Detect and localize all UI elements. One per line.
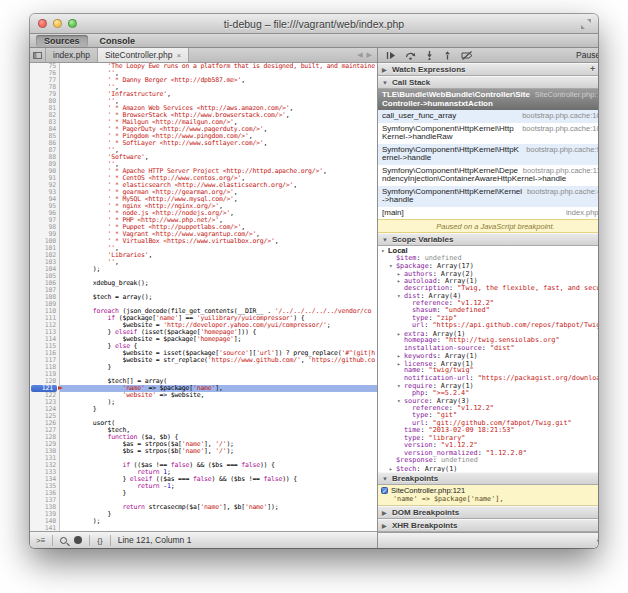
code-text[interactable]: $website = isset($package['source']['url… [60, 350, 377, 357]
code-text[interactable]: '', [60, 161, 377, 168]
code-text[interactable]: '', [60, 98, 377, 105]
code-text[interactable]: ' * Amazon Web Services <http://aws.amaz… [60, 105, 377, 112]
call-stack-frame[interactable]: bootstrap.php.cache:1101Symfony\Componen… [378, 165, 598, 186]
disable-breakpoints-icon[interactable] [461, 51, 473, 60]
scope-variables-header[interactable]: ▼ Scope Variables [378, 233, 598, 246]
code-text[interactable]: ); [60, 266, 377, 273]
dom-breakpoints-header[interactable]: ▶ DOM Breakpoints [378, 506, 598, 519]
code-text[interactable]: '', [60, 70, 377, 77]
chevron-down-icon[interactable]: ▾ [389, 262, 396, 270]
chevron-right-icon[interactable]: ▸ [397, 352, 404, 360]
scope-variable-row[interactable]: ▾Local [378, 247, 598, 255]
code-text[interactable] [60, 301, 377, 308]
scope-variable-row[interactable]: url: "https://api.github.com/repos/fabpo… [378, 322, 598, 330]
code-text[interactable]: ); [60, 518, 377, 525]
code-text[interactable]: ' * nginx <http://nginx.org/>', [60, 203, 377, 210]
code-text[interactable]: 'Infrastructure', [60, 91, 377, 98]
title-bar[interactable]: ti-debug – file:///vagrant/web/index.php [30, 14, 598, 34]
chevron-down-icon[interactable]: ▾ [397, 292, 404, 300]
scope-variable-row[interactable]: url: "git://github.com/fabpot/Twig.git" [378, 420, 598, 428]
code-text[interactable]: ' * MySQL <http://www.mysql.com/>', [60, 196, 377, 203]
code-text[interactable] [60, 287, 377, 294]
navigator-toggle-button[interactable] [30, 48, 46, 62]
code-text[interactable]: $tech, [60, 427, 377, 434]
code-text[interactable]: ); [60, 399, 377, 406]
code-text[interactable]: } elseif (isset($package['homepage'])) { [60, 329, 377, 336]
back-icon[interactable]: ◀ [357, 51, 362, 59]
code-text[interactable]: '', [60, 147, 377, 154]
code-text[interactable]: foreach (json_decode(file_get_contents(_… [60, 308, 377, 315]
code-text[interactable]: ' * Apache HTTP Server Project <http://h… [60, 168, 377, 175]
code-text[interactable]: } elseif (($as === false) && ($bs !== fa… [60, 476, 377, 483]
code-text[interactable]: if ($package['name'] == 'yuilibrary/yuic… [60, 315, 377, 322]
scope-variable-row[interactable]: ▸autoload: Array(1) [378, 277, 598, 285]
file-tab-indexphp[interactable]: index.php [46, 48, 98, 62]
call-stack-header[interactable]: ▼ Call Stack [378, 76, 598, 89]
call-stack-frame[interactable]: bootstrap.php.cache:1001Symfony\Componen… [378, 123, 598, 144]
scope-variable-row[interactable]: version_normalized: "1.12.2.0" [378, 450, 598, 458]
chevron-down-icon[interactable]: ▾ [397, 397, 404, 405]
code-text[interactable]: ' * node.js <http://nodejs.org/>', [60, 210, 377, 217]
pretty-print-icon[interactable]: {} [97, 536, 102, 545]
code-text[interactable] [60, 371, 377, 378]
code-text[interactable] [60, 497, 377, 504]
scope-variable-row[interactable]: installation-source: "dist" [378, 345, 598, 353]
code-text[interactable]: $tech[] = array( [60, 378, 377, 385]
scope-variable-row[interactable]: ▸keywords: Array(1) [378, 352, 598, 360]
fullscreen-icon[interactable] [580, 18, 592, 30]
scope-variable-row[interactable]: shasum: "undefined" [378, 307, 598, 315]
code-text[interactable]: ' * gearman <http://gearman.org/>', [60, 189, 377, 196]
breakpoint-checkbox[interactable]: ✓ [381, 487, 388, 494]
chevron-right-icon[interactable]: ▸ [397, 277, 404, 285]
watch-expressions-header[interactable]: ▶ Watch Expressions + ↻ [378, 63, 598, 76]
scope-variable-row[interactable]: reference: "v1.12.2" [378, 405, 598, 413]
call-stack-frame[interactable]: bootstrap.php.cache:1001call_user_func_a… [378, 110, 598, 123]
scope-variable-row[interactable]: type: "git" [378, 412, 598, 420]
scope-variable-row[interactable]: ▾$package: Array(17) [378, 262, 598, 270]
code-text[interactable]: ' * VirtualBox <https://www.virtualbox.o… [60, 238, 377, 245]
code-text[interactable]: xdebug_break(); [60, 280, 377, 287]
chevron-down-icon[interactable]: ▾ [397, 382, 404, 390]
call-stack-frame[interactable]: bootstrap.php.cache:975Symfony\Component… [378, 144, 598, 165]
scope-variable-row[interactable]: ▸authors: Array(2) [378, 270, 598, 278]
call-stack-frame[interactable]: bootstrap.php.cache:411Symfony\Component… [378, 186, 598, 207]
breakpoint-entry[interactable]: ✓SiteController.php:121'name' => $packag… [378, 485, 598, 506]
call-stack-frame[interactable]: SiteController.php:121TLE\Bundle\WebBund… [378, 89, 598, 110]
file-tab-sitecontroller[interactable]: SiteController.php × [98, 48, 189, 62]
forward-icon[interactable]: ▶ [367, 51, 372, 59]
code-text[interactable]: return -1; [60, 483, 377, 490]
code-text[interactable]: return 1; [60, 469, 377, 476]
call-stack-frame[interactable]: index.php:24[main] [378, 207, 598, 220]
code-text[interactable]: } [60, 490, 377, 497]
scope-variable-row[interactable]: name: "twig/twig" [378, 367, 598, 375]
scope-variable-row[interactable]: ▸$tech: Array(1) [378, 465, 598, 473]
code-text[interactable]: ' * Danny Berger <http://dpb587.me>', [60, 77, 377, 84]
code-text[interactable]: if (($as !== false) && ($bs === false)) … [60, 462, 377, 469]
code-text[interactable]: } [60, 406, 377, 413]
scope-variable-row[interactable]: time: "2013-02-09 18:21:53" [378, 427, 598, 435]
chevron-right-icon[interactable]: ▸ [397, 360, 404, 368]
scope-variable-row[interactable]: $item: undefined [378, 255, 598, 263]
code-text[interactable]: } [60, 511, 377, 518]
scope-variable-row[interactable]: php: ">=5.2.4" [378, 390, 598, 398]
code-text[interactable]: usort( [60, 420, 377, 427]
code-text[interactable]: ' * BrowserStack <http://www.browserstac… [60, 112, 377, 119]
code-text[interactable]: 'name' => $package['name'], [60, 385, 377, 392]
scope-variable-row[interactable]: description: "Twig, the flexible, fast, … [378, 285, 598, 293]
code-text[interactable]: ' * PHP <http://www.php.net/>', [60, 217, 377, 224]
scope-variable-row[interactable]: ▾source: Array(3) [378, 397, 598, 405]
code-text[interactable]: ' * CentOS <http://www.centos.org/>', [60, 175, 377, 182]
code-text[interactable] [60, 413, 377, 420]
tab-sources[interactable]: Sources [36, 35, 88, 47]
code-text[interactable] [60, 525, 377, 531]
search-icon[interactable] [60, 537, 67, 544]
scope-variable-row[interactable]: ▾dist: Array(4) [378, 292, 598, 300]
resume-icon[interactable] [386, 51, 396, 60]
scope-variable-row[interactable]: notification-url: "https://packagist.org… [378, 375, 598, 383]
code-text[interactable]: '', [60, 84, 377, 91]
chevron-down-icon[interactable]: ▾ [381, 247, 388, 255]
breakpoints-header[interactable]: ▼ Breakpoints [378, 472, 598, 485]
chevron-right-icon[interactable]: ▸ [397, 270, 404, 278]
chevron-right-icon[interactable]: ▸ [389, 465, 396, 473]
code-text[interactable]: ' * Vagrant <http://www.vagrantup.com/>'… [60, 231, 377, 238]
